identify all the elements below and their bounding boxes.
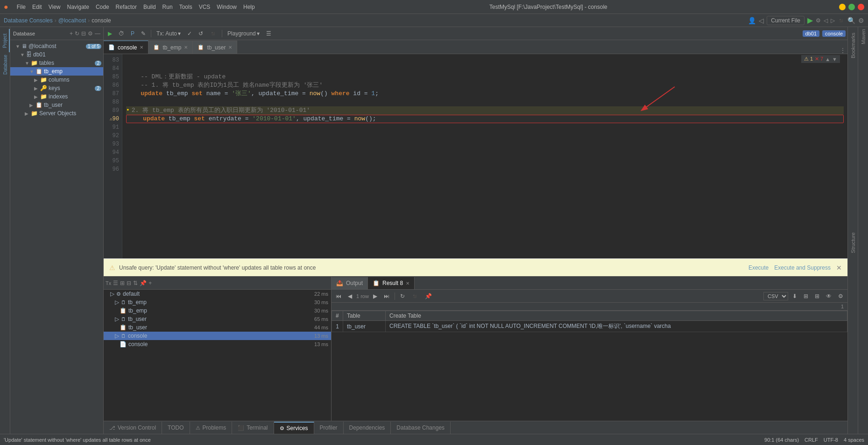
bottom-tab-terminal[interactable]: ⬛ Terminal [232,422,274,434]
console-badge[interactable]: console [822,30,846,37]
edit-btn[interactable]: ✎ [139,29,148,38]
services-item-tb-emp-group[interactable]: ▷ 🗒 tb_emp 30 ms [104,298,331,306]
result-refresh-btn[interactable]: ↻ [398,292,407,300]
result-last-btn[interactable]: ⏭ [381,292,392,300]
sidebar-icon-project[interactable]: Project [0,29,10,52]
status-indent[interactable]: 4 spaces [844,437,864,443]
tab-tb-user-close[interactable]: ✕ [228,45,232,50]
settings-btn[interactable]: ⚙ [816,17,821,24]
settings2-btn[interactable]: ⚙ [858,17,864,24]
status-encoding[interactable]: UTF-8 [824,437,838,443]
commit-btn[interactable]: ✓ [185,29,194,38]
menu-help[interactable]: Help [240,3,258,11]
result-format-dropdown[interactable]: CSV TSV [763,292,788,300]
services-expand-btn[interactable]: ⊞ [120,280,125,286]
tree-item-indexes[interactable]: ▶ 📁 indexes [10,92,103,101]
pin-btn[interactable]: P [128,29,137,38]
win-minimize-btn[interactable] [839,4,846,10]
tab-console[interactable]: 📄 console ✕ [104,41,148,54]
code-editor[interactable]: -- DML：更新数据 - update -- 1. 将 tb_emp 表的ID… [122,54,847,258]
result-view-btn[interactable]: 👁 [824,292,834,300]
bookmarks-icon[interactable]: Bookmarks [850,33,856,58]
tab-tb-emp[interactable]: 📋 tb_emp ✕ [148,41,193,54]
services-item-tb-emp[interactable]: 📋 tb_emp 30 ms [104,306,331,315]
warning-close-btn[interactable]: ✕ [836,264,842,271]
result-content[interactable]: # Table Create Table 1 tb_user CREATE TA… [332,311,847,421]
tab-tb-emp-close[interactable]: ✕ [184,45,188,50]
tree-item-db01[interactable]: ▼ 🗄 db01 [10,50,103,59]
profile-icon[interactable]: 👤 [748,17,756,24]
menu-navigate[interactable]: Navigate [64,3,92,11]
breadcrumb-console[interactable]: console [92,17,111,24]
output-tab-result8[interactable]: 📋 Result 8 ✕ [368,277,415,289]
tree-item-server-objects[interactable]: ▶ 📁 Server Objects [10,109,103,118]
stop-btn-top[interactable]: ◾ [838,17,845,24]
menu-run[interactable]: Run [160,3,176,11]
run-btn-top[interactable]: ▶ [807,16,813,25]
panel-close-icon[interactable]: — [95,30,100,37]
result-download-btn[interactable]: ⬇ [790,292,799,300]
bottom-tab-todo[interactable]: TODO [162,422,190,434]
menu-window[interactable]: Window [214,3,240,11]
bottom-tab-version-control[interactable]: ⎇ Version Control [104,422,162,434]
back-history-btn[interactable]: ◁ [824,17,828,24]
panel-settings-icon[interactable]: ⚙ [88,30,93,37]
services-item-tb-user-group[interactable]: ▷ 🗒 tb_user 65 ms [104,315,331,323]
tree-item-columns[interactable]: ▶ 📁 columns [10,76,103,84]
tree-item-tb-emp[interactable]: ▼ 📋 tb_emp [10,67,103,76]
panel-collapse-icon[interactable]: ⊟ [81,30,86,37]
menu-code[interactable]: Code [93,3,112,11]
execute-link[interactable]: Execute [748,264,769,271]
history-btn[interactable]: ⏱ [116,29,127,38]
services-item-console-group[interactable]: ▷ 🗒 console 13 ms [104,332,331,340]
tabs-more-icon[interactable]: ⋮ [840,47,846,54]
result-first-btn[interactable]: ⏮ [333,292,344,300]
result-stop-btn[interactable]: ◾ [409,292,421,300]
output-tab-result8-close[interactable]: ✕ [406,281,409,286]
services-sort-btn[interactable]: ⇅ [133,280,138,286]
search-btn[interactable]: 🔍 [847,17,855,24]
bottom-tab-db-changes[interactable]: Database Changes [391,422,451,434]
win-close-btn[interactable] [858,4,864,10]
result-next-btn[interactable]: ▶ [371,292,380,300]
structure-label[interactable]: Structure [850,232,856,253]
fwd-history-btn[interactable]: ▷ [831,17,835,24]
scroll-down-btn[interactable]: ▼ [832,56,837,62]
win-maximize-btn[interactable] [848,4,855,10]
services-pin-btn[interactable]: 📌 [140,280,147,286]
menu-tools[interactable]: Tools [176,3,195,11]
result-prev-btn[interactable]: ◀ [346,292,354,300]
sidebar-icon-database[interactable]: Database [0,53,10,76]
format-btn[interactable]: ☰ [264,29,274,38]
output-tab-output[interactable]: 📤 Output [332,277,368,289]
scroll-up-btn[interactable]: ▲ [825,56,830,62]
tab-console-close[interactable]: ✕ [140,45,143,50]
tree-item-tb-user[interactable]: ▶ 📋 tb_user [10,101,103,109]
playground-dropdown[interactable]: Playground ▾ [225,29,262,38]
run-query-btn[interactable]: ▶ [106,29,114,38]
maven-label[interactable]: Maven [861,29,866,44]
tx-dropdown[interactable]: Tx: Auto ▾ [154,29,183,38]
result-pin-btn[interactable]: 📌 [423,292,434,300]
result-filter-btn[interactable]: ⊞ [801,292,811,300]
current-file-dropdown[interactable]: Current File [767,16,804,25]
services-item-tb-user[interactable]: 📋 tb_user 44 ms [104,323,331,332]
bottom-tab-dependencies[interactable]: Dependencies [344,422,391,434]
stop-transaction-btn[interactable]: ◾ [207,29,219,38]
breadcrumb-localhost[interactable]: @localhost [58,17,86,24]
menu-edit[interactable]: Edit [29,3,45,11]
tree-item-tables[interactable]: ▼ 📁 tables 2 [10,59,103,67]
services-collapse-btn[interactable]: ☰ [113,280,118,286]
tab-tb-user[interactable]: 📋 tb_user ✕ [193,41,237,54]
panel-refresh-icon[interactable]: ↻ [75,30,79,37]
services-item-console[interactable]: 📄 console 13 ms [104,340,331,348]
status-line-ending[interactable]: CRLF [804,437,818,443]
result-row-1[interactable]: 1 tb_user CREATE TABLE `tb_user` ( `id` … [332,321,847,332]
breadcrumb-db-consoles[interactable]: Database Consoles [4,17,53,24]
bottom-tab-problems[interactable]: ⚠ Problems [190,422,233,434]
rollback-btn[interactable]: ↺ [196,29,205,38]
bottom-tab-services[interactable]: ⚙ Services [274,422,314,434]
result-expand-btn[interactable]: ⊞ [812,292,822,300]
panel-add-icon[interactable]: + [70,30,73,37]
tree-item-localhost[interactable]: ▼ 🖥 @localhost 1 of 5 [10,42,103,50]
